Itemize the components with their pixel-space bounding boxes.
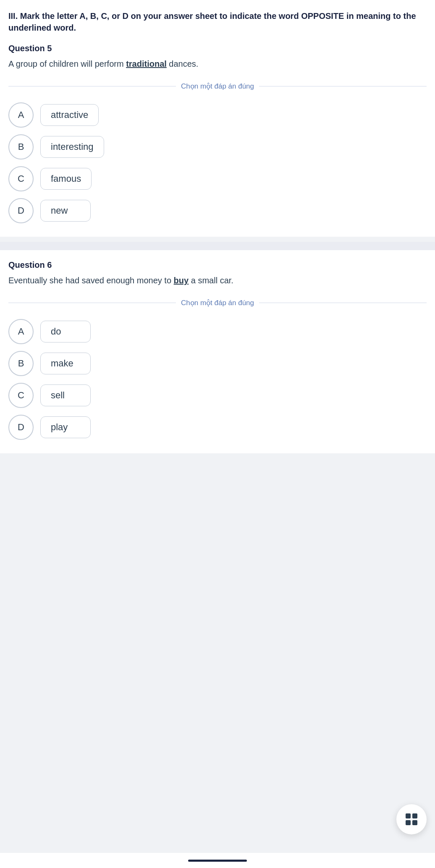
question5-underlined: traditional [126, 59, 167, 68]
question6-option-d[interactable]: D play [8, 415, 427, 440]
question6-text: Eventually she had saved enough money to… [8, 274, 427, 287]
question5-text: A group of children will perform traditi… [8, 58, 427, 70]
question5-text-before: A group of children will perform [8, 59, 126, 68]
question5-option-b-box: interesting [40, 136, 104, 158]
question-card-6: Question 6 Eventually she had saved enou… [0, 250, 435, 453]
question6-text-after: a small car. [189, 276, 233, 285]
grid-icon [406, 813, 417, 825]
question6-option-b-circle: B [8, 351, 34, 376]
question5-option-d-circle: D [8, 198, 34, 223]
question6-option-c[interactable]: C sell [8, 383, 427, 408]
question5-title: Question 5 [8, 44, 427, 53]
question5-option-c-box: famous [40, 168, 92, 190]
question5-option-d[interactable]: D new [8, 198, 427, 223]
question6-title: Question 6 [8, 260, 427, 270]
question-card-instructions: III. Mark the letter A, B, C, or D on yo… [0, 0, 435, 237]
question6-option-d-box: play [40, 416, 91, 438]
question5-options: A attractive B interesting C famous [8, 102, 427, 223]
question5-option-a-circle: A [8, 102, 34, 128]
question5-text-after: dances. [167, 59, 199, 68]
question6-option-c-box: sell [40, 384, 91, 406]
question6-option-a[interactable]: A do [8, 319, 427, 344]
question6-underlined: buy [174, 276, 189, 285]
question6-option-d-circle: D [8, 415, 34, 440]
question5-option-a[interactable]: A attractive [8, 102, 427, 128]
bottom-bar [0, 853, 435, 868]
question6-option-b[interactable]: B make [8, 351, 427, 376]
question6-option-a-circle: A [8, 319, 34, 344]
question5-divider: Chọn một đáp án đúng [8, 82, 427, 91]
question5-option-b[interactable]: B interesting [8, 134, 427, 159]
question6-divider: Chọn một đáp án đúng [8, 298, 427, 307]
question6-option-b-box: make [40, 353, 91, 374]
instructions-text: III. Mark the letter A, B, C, or D on yo… [8, 10, 427, 34]
question5-option-d-box: new [40, 200, 91, 222]
question5-option-a-box: attractive [40, 104, 99, 126]
question6-option-c-circle: C [8, 383, 34, 408]
floating-grid-button[interactable] [396, 804, 427, 834]
bottom-home-indicator [188, 860, 247, 862]
question5-option-c-circle: C [8, 166, 34, 191]
question6-options: A do B make C sell D [8, 319, 427, 440]
section-separator [0, 242, 435, 250]
question5-option-b-circle: B [8, 134, 34, 159]
question6-text-before: Eventually she had saved enough money to [8, 276, 174, 285]
question6-option-a-box: do [40, 321, 91, 342]
question5-option-c[interactable]: C famous [8, 166, 427, 191]
